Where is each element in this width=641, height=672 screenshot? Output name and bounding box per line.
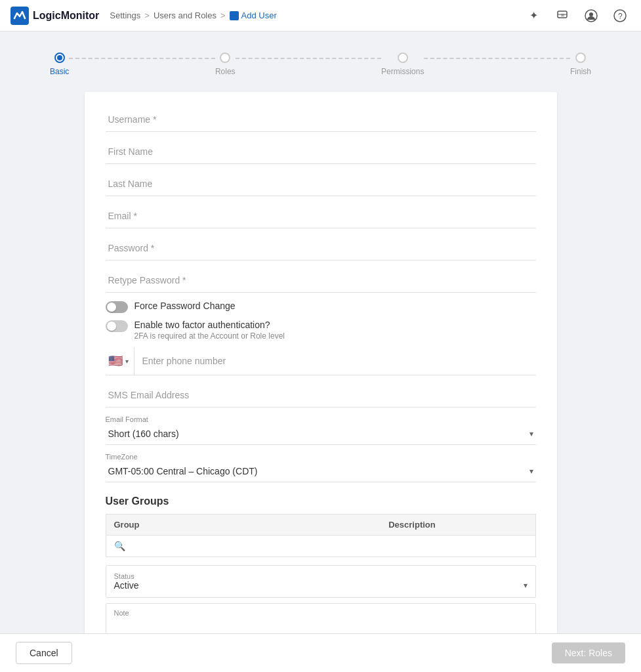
next-button[interactable]: Next: Roles	[552, 642, 625, 663]
force-password-row: Force Password Change	[106, 301, 536, 313]
add-user-page-icon	[230, 11, 239, 20]
step-connector-2	[236, 58, 382, 59]
timezone-field: TimeZone GMT-05:00 Central – Chicago (CD…	[106, 453, 536, 482]
step-basic-circle	[54, 52, 65, 63]
force-password-label: Force Password Change	[134, 301, 236, 311]
phone-input[interactable]	[140, 349, 536, 373]
step-connector-1	[69, 58, 215, 59]
user-groups-header: Group Description	[106, 514, 535, 536]
svg-text:⊞: ⊞	[561, 13, 564, 17]
email-format-chevron-icon: ▾	[529, 429, 533, 438]
force-password-toggle[interactable]	[106, 301, 128, 313]
notifications-button[interactable]: ⊞	[552, 5, 573, 26]
header: LogicMonitor Settings > Users and Roles …	[0, 0, 641, 32]
header-actions: ✦ ⊞ ?	[523, 5, 631, 26]
status-label: Status	[114, 572, 527, 580]
breadcrumb-settings[interactable]: Settings	[110, 10, 140, 20]
timezone-label: TimeZone	[106, 453, 536, 461]
step-basic-label: Basic	[50, 67, 69, 76]
password-field	[106, 236, 536, 261]
username-field	[106, 108, 536, 132]
group-search-input[interactable]	[129, 541, 373, 551]
sms-email-input[interactable]	[106, 383, 536, 408]
action-col-header	[503, 514, 535, 536]
password-input[interactable]	[106, 236, 536, 261]
user-groups-title: User Groups	[106, 495, 536, 507]
description-col-header: Description	[381, 514, 503, 536]
breadcrumb-add-user: Add User	[230, 10, 277, 20]
first-name-input[interactable]	[106, 140, 536, 164]
two-factor-row: Enable two factor authentication? 2FA is…	[106, 320, 536, 341]
email-format-field: Email Format Short (160 chars) ▾	[106, 415, 536, 445]
breadcrumb-sep2: >	[220, 10, 226, 20]
email-field	[106, 204, 536, 228]
step-roles-circle	[220, 52, 230, 63]
email-format-label: Email Format	[106, 415, 536, 423]
step-permissions: Permissions	[381, 52, 424, 76]
sms-email-field	[106, 383, 536, 408]
two-factor-label: Enable two factor authentication?	[134, 320, 285, 330]
user-groups-body: 🔍	[106, 536, 535, 557]
step-permissions-label: Permissions	[381, 67, 424, 76]
us-flag: 🇺🇸	[108, 354, 123, 368]
last-name-input[interactable]	[106, 172, 536, 196]
logo-icon	[10, 7, 29, 25]
main-content: Basic Roles Permissions Finish	[0, 32, 641, 672]
account-button[interactable]	[581, 5, 602, 26]
help-button[interactable]: ?	[610, 5, 631, 26]
form-card: Force Password Change Enable two factor …	[85, 92, 557, 672]
status-field: Status Active ▾	[106, 565, 536, 598]
bell-icon: ⊞	[556, 9, 569, 22]
first-name-field	[106, 140, 536, 164]
help-icon: ?	[613, 9, 627, 22]
retype-password-input[interactable]	[106, 268, 536, 293]
group-col-header: Group	[106, 514, 381, 536]
logo: LogicMonitor	[10, 7, 99, 25]
step-finish-label: Finish	[570, 67, 591, 76]
step-finish: Finish	[570, 52, 591, 76]
breadcrumb-sep1: >	[144, 10, 150, 20]
description-cell	[381, 536, 503, 557]
flag-selector[interactable]: 🇺🇸 ▾	[106, 347, 134, 375]
phone-field: 🇺🇸 ▾	[106, 347, 536, 375]
group-search-cell: 🔍	[106, 536, 381, 557]
breadcrumb: Settings > Users and Roles > Add User	[110, 10, 276, 20]
email-input[interactable]	[106, 204, 536, 228]
user-groups-table: Group Description 🔍	[106, 514, 536, 557]
status-chevron-icon: ▾	[524, 581, 527, 590]
timezone-chevron-icon: ▾	[529, 467, 533, 476]
step-permissions-circle	[398, 52, 408, 63]
table-row: 🔍	[106, 536, 535, 557]
email-format-value: Short (160 chars)	[108, 429, 179, 439]
svg-text:?: ?	[618, 12, 623, 21]
footer: Cancel Next: Roles	[0, 633, 641, 672]
stepper: Basic Roles Permissions Finish	[10, 47, 631, 92]
step-roles-label: Roles	[215, 67, 236, 76]
step-connector-3	[424, 58, 570, 59]
email-format-select[interactable]: Short (160 chars) ▾	[106, 425, 536, 443]
timezone-value: GMT-05:00 Central – Chicago (CDT)	[108, 466, 258, 476]
flag-chevron-icon: ▾	[125, 358, 129, 365]
logo-text: LogicMonitor	[33, 10, 99, 22]
two-factor-sublabel: 2FA is required at the Account or Role l…	[134, 331, 285, 341]
search-icon: 🔍	[114, 541, 125, 551]
last-name-field	[106, 172, 536, 196]
step-finish-circle	[575, 52, 586, 63]
username-input[interactable]	[106, 108, 536, 132]
retype-password-field	[106, 268, 536, 293]
step-roles: Roles	[215, 52, 236, 76]
svg-point-4	[589, 12, 593, 16]
breadcrumb-users-roles[interactable]: Users and Roles	[154, 10, 217, 20]
step-basic: Basic	[50, 52, 69, 76]
sparkle-button[interactable]: ✦	[523, 5, 544, 26]
note-label: Note	[106, 604, 535, 617]
two-factor-label-group: Enable two factor authentication? 2FA is…	[134, 320, 285, 341]
two-factor-toggle[interactable]	[106, 320, 128, 332]
cancel-button[interactable]: Cancel	[16, 642, 72, 664]
status-select[interactable]: Active ▾	[114, 580, 527, 591]
timezone-select[interactable]: GMT-05:00 Central – Chicago (CDT) ▾	[106, 462, 536, 480]
status-value: Active	[114, 580, 139, 591]
action-cell	[503, 536, 535, 557]
account-icon	[585, 9, 598, 22]
